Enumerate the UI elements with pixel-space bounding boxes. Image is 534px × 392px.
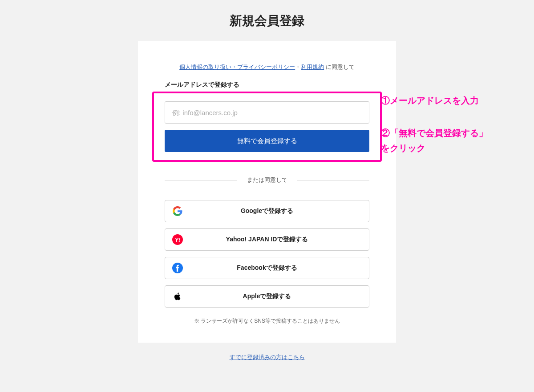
divider-line-left <box>165 180 237 180</box>
email-input[interactable] <box>165 101 369 124</box>
yahoo-label: Yahoo! JAPAN IDで登録する <box>190 236 369 244</box>
divider-line-right <box>297 180 370 180</box>
divider-text: または同意して <box>237 176 297 184</box>
google-icon <box>165 206 190 216</box>
highlight-box: 無料で会員登録する <box>152 92 382 162</box>
registration-card: 個人情報の取り扱い・プライバシーポリシー・利用規約 に同意して メールアドレスで… <box>138 41 396 343</box>
sns-disclaimer: ※ ランサーズが許可なくSNS等で投稿することはありません <box>152 317 382 325</box>
apple-icon <box>165 291 190 302</box>
page-title: 新規会員登録 <box>0 0 534 41</box>
facebook-label: Facebookで登録する <box>190 264 369 272</box>
facebook-register-button[interactable]: Facebookで登録する <box>165 257 369 279</box>
yahoo-register-button[interactable]: Y! Yahoo! JAPAN IDで登録する <box>165 228 369 251</box>
email-section-label: メールアドレスで登録する <box>165 81 382 89</box>
annotation-step-1: ①メールアドレスを入力 <box>381 93 479 108</box>
separator: ・ <box>295 64 301 70</box>
privacy-link[interactable]: 個人情報の取り扱い・プライバシーポリシー <box>179 64 295 70</box>
yahoo-icon: Y! <box>165 234 190 245</box>
social-buttons-group: Googleで登録する Y! Yahoo! JAPAN IDで登録する Face… <box>165 200 369 308</box>
divider: または同意して <box>165 176 369 184</box>
google-register-button[interactable]: Googleで登録する <box>165 200 369 222</box>
facebook-icon <box>165 263 190 273</box>
footer: すでに登録済みの方はこちら <box>0 353 534 361</box>
google-label: Googleで登録する <box>190 207 369 215</box>
consent-tail: に同意して <box>324 64 355 70</box>
register-button[interactable]: 無料で会員登録する <box>165 130 369 152</box>
already-registered-link[interactable]: すでに登録済みの方はこちら <box>230 354 305 360</box>
terms-link[interactable]: 利用規約 <box>301 64 324 70</box>
apple-register-button[interactable]: Appleで登録する <box>165 285 369 308</box>
annotation-step-2: ②「無料で会員登録する」をクリック <box>381 125 528 156</box>
consent-text: 個人情報の取り扱い・プライバシーポリシー・利用規約 に同意して <box>152 63 382 71</box>
apple-label: Appleで登録する <box>190 292 369 300</box>
